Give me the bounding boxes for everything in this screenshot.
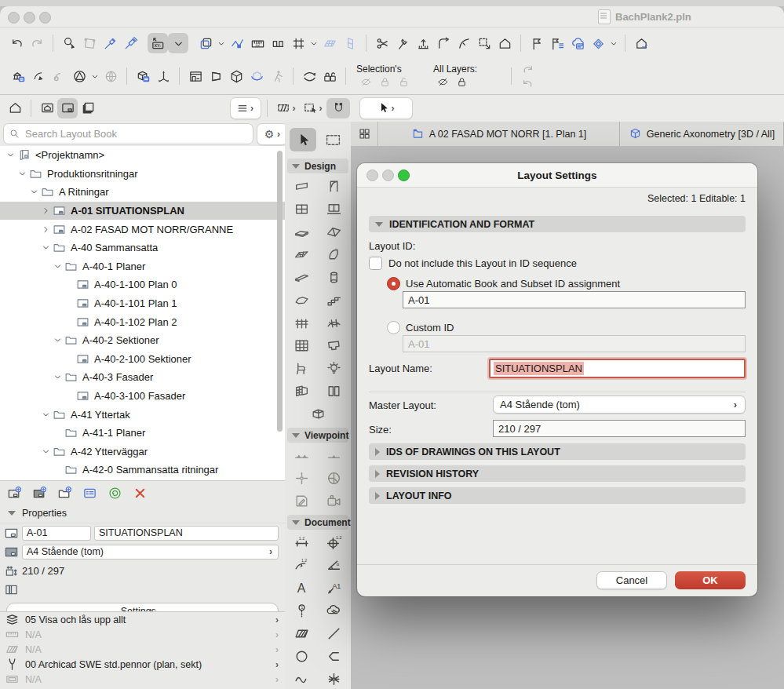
stair-tool[interactable] (318, 289, 350, 312)
stack-views-button[interactable] (78, 98, 98, 118)
detail-tool[interactable] (286, 490, 318, 512)
chevron-down-icon[interactable] (28, 186, 40, 198)
chevron-down-button[interactable] (608, 33, 619, 53)
circle-triangle-button[interactable] (69, 66, 89, 86)
eyedropper-button[interactable] (100, 33, 120, 53)
tree-scrollbar[interactable] (277, 151, 283, 432)
house-plain-button[interactable] (5, 98, 25, 118)
tree-item[interactable]: A-40 Sammansatta (0, 239, 285, 257)
quick-option-row[interactable]: 00 Archicad SWE std.pennor (plan, sekt)› (0, 657, 285, 672)
angle-dimension-tool[interactable]: α (318, 554, 350, 577)
tree-item[interactable]: A-41 Yttertak (0, 405, 285, 424)
dialog-minimize-icon[interactable] (382, 170, 394, 181)
globe-button[interactable] (100, 66, 121, 86)
fence-marquee-tool-button[interactable]: › (273, 98, 300, 118)
master-layout-popup[interactable]: A4 Stående (tom) › (493, 396, 746, 414)
tree-item[interactable]: A-40-1 Planer (0, 257, 285, 276)
tree-item[interactable]: <Projektnamn> (0, 146, 285, 165)
tree-item[interactable]: A-40-1-100 Plan 0 (0, 275, 285, 294)
tree-item[interactable]: A-42 Ytterväggar (0, 443, 285, 461)
tree-item[interactable]: A-40-2 Sektioner (0, 331, 285, 350)
layout-book-button[interactable] (57, 98, 78, 118)
tree-item[interactable]: A-40-3-100 Fasader (0, 387, 285, 406)
chevron-down-button[interactable] (308, 33, 319, 53)
tree-item[interactable]: A-40-1-101 Plan 1 (0, 294, 285, 313)
master-layout-dropdown[interactable]: A4 Stående (tom)› (22, 545, 279, 560)
arrow-tool-button[interactable]: › (359, 97, 413, 119)
chevron-down-icon[interactable] (40, 242, 52, 253)
orbit-button[interactable] (246, 66, 267, 86)
morph-tool[interactable] (302, 403, 334, 425)
picture-view-button[interactable] (37, 98, 57, 118)
arrow-curve-button[interactable] (28, 66, 49, 86)
mesh-plane-tool[interactable] (286, 243, 318, 266)
axonometry-button[interactable] (226, 66, 246, 86)
fillet-button[interactable] (433, 33, 454, 53)
layout-book-menu-button[interactable]: › (230, 97, 261, 119)
search-input[interactable] (24, 127, 248, 140)
eye-slash-button[interactable] (433, 75, 452, 89)
automatic-id-field[interactable]: A-01 (403, 291, 746, 308)
collapsed-section-header[interactable]: LAYOUT INFO (369, 487, 746, 504)
toolbox-section-design[interactable]: Design (287, 159, 348, 173)
stretch-button[interactable] (413, 33, 433, 53)
magnet-toggle-button[interactable] (326, 98, 350, 118)
coordinates-xy-button[interactable]: XY: (148, 33, 168, 53)
fill-tool[interactable] (286, 622, 318, 645)
tree-item[interactable]: A-40-1-102 Plan 2 (0, 312, 285, 331)
curve-edit-button[interactable] (454, 33, 474, 53)
marquee-adjust-button[interactable] (79, 33, 100, 53)
tab-overview-button[interactable] (351, 122, 378, 146)
spline-tool[interactable] (286, 668, 318, 689)
tree-item[interactable]: A Ritningar (0, 183, 285, 202)
railing-tool[interactable] (286, 312, 318, 334)
teamwork-button[interactable] (588, 33, 608, 53)
walk-button[interactable] (267, 66, 287, 86)
label-tool[interactable]: A1 (318, 577, 350, 600)
level-dimension-tool[interactable]: 1.2 (318, 531, 350, 554)
lock-button[interactable] (452, 75, 471, 89)
unlock-button[interactable] (394, 75, 413, 89)
curtain-wall-3d-tool[interactable] (286, 380, 318, 403)
polyline-tool[interactable] (318, 645, 350, 668)
change-tool[interactable]: 1 (286, 600, 318, 622)
virtual-trace-button[interactable] (268, 33, 288, 53)
chevron-down-button[interactable] (216, 33, 227, 53)
minimize-window-icon[interactable] (24, 12, 35, 24)
layout-add-button[interactable] (5, 483, 24, 502)
lock-button[interactable] (375, 75, 394, 89)
tree-item[interactable]: A-42-0 Sammansatta ritningar (0, 461, 285, 479)
door-tool[interactable] (318, 175, 350, 198)
circle-tool[interactable] (286, 645, 318, 668)
show-hide-button[interactable] (299, 66, 319, 86)
section-marker-tool[interactable] (286, 444, 318, 467)
zone-tool[interactable] (318, 334, 350, 357)
camera-tool[interactable] (318, 490, 350, 512)
tree-item[interactable]: A-01 SITUATIONSPLAN (0, 202, 285, 221)
chevron-down-button[interactable] (89, 66, 100, 86)
chevron-down-icon[interactable] (40, 409, 52, 421)
subset-add-button[interactable] (55, 483, 74, 502)
dialog-zoom-icon[interactable] (398, 170, 410, 181)
search-settings-button[interactable]: ⚙ › (257, 123, 288, 145)
identification-section-header[interactable]: IDENTIFICATION AND FORMAT (369, 216, 746, 232)
id-sequence-checkbox[interactable] (369, 257, 382, 270)
split-button[interactable] (372, 33, 392, 53)
tree-item[interactable]: A-40-2-100 Sektioner (0, 350, 285, 369)
dimension-tool[interactable]: 1.2 (286, 531, 318, 554)
collapsed-section-header[interactable]: IDS OF DRAWINGS ON THIS LAYOUT (369, 443, 746, 460)
wall-tool[interactable] (286, 175, 318, 198)
quick-option-row[interactable]: N/A› (0, 672, 285, 687)
home-button[interactable] (494, 33, 515, 53)
adjust-axe-button[interactable] (392, 33, 413, 53)
undo-button[interactable] (6, 33, 27, 53)
interior-elevation-tool[interactable] (286, 467, 318, 490)
redo-button[interactable] (27, 33, 47, 53)
perspective-button[interactable] (206, 66, 226, 86)
custom-id-radio[interactable] (387, 321, 400, 334)
chevron-down-icon[interactable] (52, 371, 64, 383)
chevron-down-icon[interactable] (5, 149, 16, 161)
window-tool[interactable] (286, 198, 318, 221)
roof-tool[interactable] (318, 221, 350, 243)
column-tool[interactable] (318, 266, 350, 289)
